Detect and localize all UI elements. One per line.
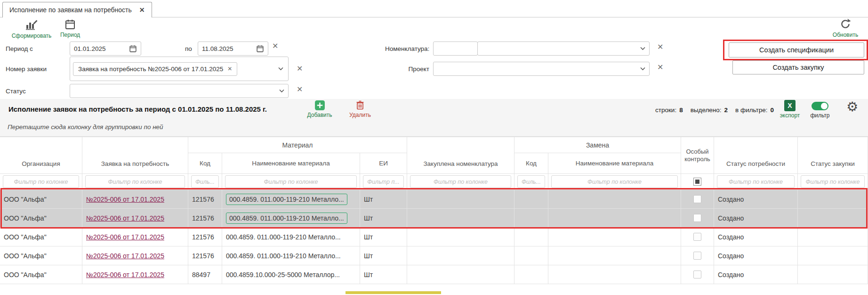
cell-request[interactable]: №2025-006 от 17.01.2025 bbox=[82, 209, 188, 228]
chevron-down-icon[interactable] bbox=[640, 47, 645, 50]
request-link[interactable]: №2025-006 от 17.01.2025 bbox=[86, 252, 164, 260]
request-clear-icon[interactable]: ✕ bbox=[297, 65, 303, 73]
cell-special[interactable] bbox=[681, 228, 714, 246]
cell-purchased[interactable] bbox=[407, 190, 514, 209]
cell-code[interactable]: 88497 bbox=[188, 265, 222, 284]
special-control-checkbox[interactable] bbox=[693, 252, 701, 260]
cell-organization[interactable]: ООО "Альфа" bbox=[0, 228, 82, 246]
chevron-down-icon[interactable] bbox=[640, 67, 645, 71]
cell-material2[interactable] bbox=[548, 209, 681, 228]
cell-code[interactable]: 121576 bbox=[188, 209, 222, 228]
chevron-down-icon[interactable] bbox=[278, 67, 283, 71]
nomenclature-select[interactable] bbox=[477, 41, 650, 56]
filter-input-material2[interactable] bbox=[551, 175, 678, 188]
period-button[interactable]: Период bbox=[54, 19, 87, 38]
cell-unit[interactable]: Шт bbox=[360, 265, 407, 284]
col-header-material-name[interactable]: Наименование материала bbox=[222, 153, 360, 174]
col-header-special-control[interactable]: Особый контроль bbox=[681, 137, 714, 174]
gear-icon[interactable]: ⚙ bbox=[846, 100, 858, 115]
filter-input-need-status[interactable] bbox=[717, 175, 795, 188]
cell-organization[interactable]: ООО "Альфа" bbox=[0, 246, 82, 265]
cell-special[interactable] bbox=[681, 265, 714, 284]
request-number-select[interactable]: Заявка на потребность №2025-006 от 17.01… bbox=[70, 57, 289, 81]
cell-purchase-status[interactable] bbox=[798, 209, 868, 228]
cell-need-status[interactable]: Создано bbox=[714, 246, 798, 265]
horizontal-scrollbar-thumb[interactable] bbox=[346, 291, 441, 294]
filter-input-purchase-status[interactable] bbox=[801, 175, 865, 188]
cell-material[interactable]: 000.4859. 011.000-119-210 Металло... bbox=[222, 246, 360, 265]
col-header-purchase-status[interactable]: Статус закупки bbox=[798, 137, 868, 174]
cell-purchase-status[interactable] bbox=[798, 190, 868, 209]
cell-unit[interactable]: Шт bbox=[360, 228, 407, 246]
special-control-checkbox[interactable] bbox=[693, 214, 701, 222]
period-to-input[interactable]: 11.08.2025 bbox=[198, 41, 268, 56]
cell-code2[interactable] bbox=[514, 190, 548, 209]
cell-purchase-status[interactable] bbox=[798, 246, 868, 265]
create-purchase-button[interactable]: Создать закупку bbox=[732, 60, 864, 74]
cell-material[interactable]: 000.4859. 011.000-119-210 Металло... bbox=[222, 190, 360, 209]
cell-purchase-status[interactable] bbox=[798, 265, 868, 284]
cell-special[interactable] bbox=[681, 190, 714, 209]
add-button[interactable]: Добавить bbox=[303, 100, 336, 118]
cell-material[interactable]: 000.4859.10.000-25-5000 Металлор... bbox=[222, 265, 360, 284]
cell-material2[interactable] bbox=[548, 190, 681, 209]
cell-code2[interactable] bbox=[514, 228, 548, 246]
cell-need-status[interactable]: Создано bbox=[714, 209, 798, 228]
tag-remove-icon[interactable]: ✕ bbox=[227, 66, 232, 72]
cell-need-status[interactable]: Создано bbox=[714, 228, 798, 246]
toggle-on-icon[interactable] bbox=[812, 102, 828, 110]
period-clear-icon[interactable]: ✕ bbox=[272, 42, 278, 50]
cell-code2[interactable] bbox=[514, 265, 548, 284]
cell-special[interactable] bbox=[681, 246, 714, 265]
cell-unit[interactable]: Шт bbox=[360, 209, 407, 228]
cell-purchased[interactable] bbox=[407, 228, 514, 246]
cell-code[interactable]: 121576 bbox=[188, 190, 222, 209]
col-header-unit[interactable]: ЕИ bbox=[360, 153, 407, 174]
special-control-checkbox[interactable] bbox=[693, 195, 701, 203]
nomenclature-code-input[interactable] bbox=[433, 41, 478, 56]
request-link[interactable]: №2025-006 от 17.01.2025 bbox=[86, 271, 164, 279]
col-header-purchased[interactable]: Закуплена номенклатура bbox=[407, 137, 514, 174]
special-control-checkbox[interactable] bbox=[693, 233, 701, 241]
chevron-down-icon[interactable] bbox=[279, 89, 284, 93]
cell-purchase-status[interactable] bbox=[798, 228, 868, 246]
request-link[interactable]: №2025-006 от 17.01.2025 bbox=[86, 196, 164, 203]
col-header-need-status[interactable]: Статус потребности bbox=[714, 137, 798, 174]
special-control-checkbox[interactable] bbox=[693, 270, 701, 279]
filter-input-request[interactable] bbox=[85, 175, 185, 188]
filter-input-organization[interactable] bbox=[3, 175, 79, 188]
nomenclature-clear-icon[interactable]: ✕ bbox=[657, 43, 663, 51]
status-clear-icon[interactable]: ✕ bbox=[297, 86, 303, 93]
cell-request[interactable]: №2025-006 от 17.01.2025 bbox=[82, 246, 188, 265]
cell-purchased[interactable] bbox=[407, 246, 514, 265]
period-from-input[interactable]: 01.01.2025 bbox=[70, 41, 141, 56]
request-link[interactable]: №2025-006 от 17.01.2025 bbox=[86, 214, 164, 222]
cell-unit[interactable]: Шт bbox=[360, 246, 407, 265]
cell-organization[interactable]: ООО "Альфа" bbox=[0, 209, 82, 228]
cell-material[interactable]: 000.4859. 011.000-119-210 Металло... bbox=[222, 228, 360, 246]
cell-code2[interactable] bbox=[514, 209, 548, 228]
filter-input-purchased[interactable] bbox=[410, 175, 511, 188]
refresh-button[interactable]: Обновить bbox=[827, 18, 864, 38]
cell-request[interactable]: №2025-006 от 17.01.2025 bbox=[82, 228, 188, 246]
cell-code2[interactable] bbox=[514, 246, 548, 265]
cell-organization[interactable]: ООО "Альфа" bbox=[0, 190, 82, 209]
cell-request[interactable]: №2025-006 от 17.01.2025 bbox=[82, 265, 188, 284]
cell-special[interactable] bbox=[681, 209, 714, 228]
cell-unit[interactable]: Шт bbox=[360, 190, 407, 209]
col-header-code[interactable]: Код bbox=[188, 153, 222, 174]
cell-need-status[interactable]: Создано bbox=[714, 265, 798, 284]
cell-organization[interactable]: ООО "Альфа" bbox=[0, 265, 82, 284]
col-header-request[interactable]: Заявка на потребность bbox=[82, 137, 188, 174]
cell-code[interactable]: 121576 bbox=[188, 228, 222, 246]
filter-input-material[interactable] bbox=[225, 175, 357, 188]
export-button[interactable]: X экспорт bbox=[776, 100, 804, 119]
cell-code[interactable]: 121576 bbox=[188, 246, 222, 265]
status-select[interactable] bbox=[70, 84, 289, 98]
col-header-organization[interactable]: Организация bbox=[0, 137, 82, 174]
cell-need-status[interactable]: Создано bbox=[714, 190, 798, 209]
filter-input-code2[interactable] bbox=[517, 175, 545, 188]
cell-purchased[interactable] bbox=[407, 209, 514, 228]
tab-execution-requests[interactable]: Исполнение по заявкам на потребность ✕ bbox=[2, 2, 152, 17]
cell-material[interactable]: 000.4859. 011.000-119-210 Металло... bbox=[222, 209, 360, 228]
